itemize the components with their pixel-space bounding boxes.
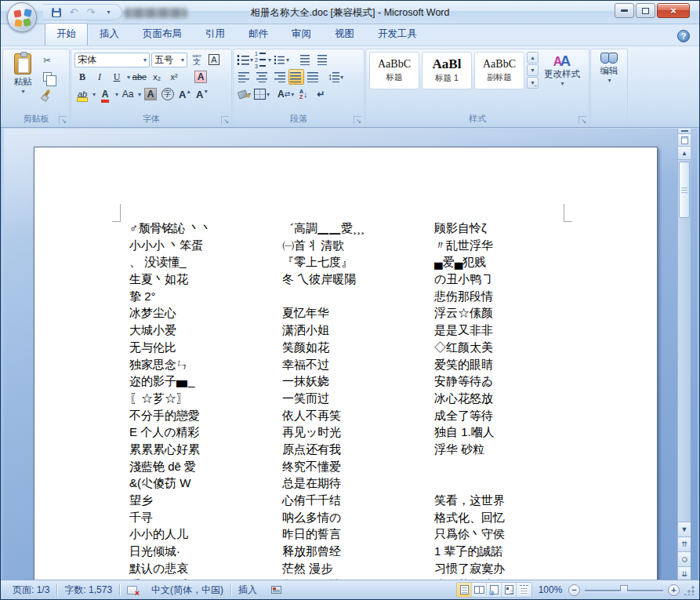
format-painter-button[interactable] bbox=[39, 85, 55, 101]
copy-button[interactable] bbox=[39, 69, 55, 85]
help-button[interactable]: ? bbox=[677, 30, 690, 42]
cut-button[interactable]: ✂ bbox=[39, 53, 55, 68]
clipboard-dialog-launcher[interactable]: ↘ bbox=[59, 116, 67, 124]
scrollbar-thumb[interactable] bbox=[679, 162, 690, 218]
font-name-combo[interactable]: 宋体▾ bbox=[74, 53, 150, 67]
asian-layout-button[interactable]: A⇄▾ bbox=[277, 86, 294, 102]
superscript-button[interactable]: x² bbox=[166, 69, 182, 85]
shading-button[interactable]: ▾ bbox=[237, 86, 252, 102]
zoom-in-button[interactable]: + bbox=[668, 584, 680, 596]
resize-grip[interactable] bbox=[684, 585, 695, 595]
styles-scroll-up[interactable]: ▲ bbox=[527, 52, 539, 64]
split-handle[interactable] bbox=[678, 129, 691, 134]
outline-view-button[interactable] bbox=[502, 583, 517, 597]
highlight-button[interactable]: ab bbox=[74, 86, 90, 102]
enclose-characters-button[interactable]: 字 bbox=[160, 86, 176, 102]
fullscreen-reading-view-button[interactable] bbox=[472, 583, 487, 597]
document-page[interactable]: ♂颓骨铭訫 丶丶小小小 丶笨蛋、 没读懂_生夏丶如花挚 2°冰梦尘心大城小爱无与… bbox=[34, 147, 658, 581]
zoom-level[interactable]: 100% bbox=[537, 584, 564, 595]
chevron-down-icon[interactable]: ▾ bbox=[138, 91, 141, 98]
change-styles-button[interactable]: AA 更改样式 ▾ bbox=[541, 52, 583, 87]
zoom-slider[interactable] bbox=[585, 584, 663, 596]
draft-view-button[interactable] bbox=[517, 583, 531, 597]
word-count[interactable]: 字数: 1,573 bbox=[57, 580, 119, 599]
align-left-button[interactable] bbox=[237, 69, 252, 85]
change-case-button[interactable]: Aa bbox=[120, 86, 136, 102]
shrink-font-button[interactable]: A▼ bbox=[194, 86, 210, 102]
office-button[interactable] bbox=[7, 2, 37, 32]
paste-button[interactable]: 粘贴 ▾ bbox=[6, 52, 39, 112]
web-layout-view-button[interactable] bbox=[487, 583, 502, 597]
subscript-button[interactable]: x₂ bbox=[149, 69, 165, 85]
tab-view[interactable]: 视图 bbox=[323, 23, 366, 45]
distribute-button[interactable] bbox=[306, 69, 321, 85]
font-size-combo[interactable]: 五号▾ bbox=[151, 53, 187, 67]
doc-line: 冰心花怒放 bbox=[434, 390, 579, 407]
style-card-subtitle[interactable]: AaBbC 副标题 bbox=[474, 52, 524, 89]
character-border-button[interactable]: A bbox=[206, 52, 222, 67]
chevron-down-icon[interactable]: ▾ bbox=[127, 74, 130, 81]
zoom-out-button[interactable]: − bbox=[568, 584, 580, 596]
font-dialog-launcher[interactable]: ↘ bbox=[221, 116, 229, 124]
tab-home[interactable]: 开始 bbox=[45, 23, 88, 45]
sort-button[interactable]: AZ↓ bbox=[296, 86, 311, 102]
close-button[interactable]: × bbox=[657, 3, 690, 18]
align-center-button[interactable] bbox=[254, 69, 270, 85]
macro-record-button[interactable] bbox=[264, 580, 288, 599]
vertical-scrollbar[interactable]: ▲ ▼ ⇈ ⇊ bbox=[677, 129, 691, 581]
grow-font-button[interactable]: A▲ bbox=[177, 86, 193, 102]
tab-mailings[interactable]: 邮件 bbox=[237, 23, 280, 45]
tab-insert[interactable]: 插入 bbox=[88, 23, 131, 45]
bold-button[interactable]: B bbox=[74, 69, 90, 85]
styles-more-button[interactable]: ▼̲ bbox=[527, 77, 539, 89]
doc-line: 终究不懂爱 bbox=[282, 458, 427, 475]
style-card-title[interactable]: AaBbC 标题 bbox=[369, 52, 419, 89]
tab-page-layout[interactable]: 页面布局 bbox=[131, 23, 194, 45]
insert-mode-indicator[interactable]: 插入 bbox=[231, 580, 264, 599]
italic-button[interactable]: I bbox=[92, 69, 107, 85]
scroll-up-button[interactable]: ▲ bbox=[678, 147, 691, 160]
clear-formatting-button[interactable]: A bbox=[193, 69, 209, 85]
doc-line: 1 辈孒的誠諾 bbox=[434, 543, 579, 560]
restore-button[interactable] bbox=[636, 3, 655, 18]
ruler-toggle-button[interactable] bbox=[678, 134, 691, 147]
styles-scroll-down[interactable]: ▼ bbox=[527, 64, 539, 76]
strikethrough-button[interactable]: abe bbox=[132, 69, 147, 85]
line-spacing-button[interactable]: ↕▾ bbox=[328, 69, 343, 85]
numbering-button[interactable]: 123▾ bbox=[255, 52, 271, 67]
spellcheck-icon bbox=[127, 586, 137, 595]
chevron-down-icon[interactable]: ▾ bbox=[115, 91, 118, 98]
chevron-down-icon[interactable]: ▾ bbox=[92, 91, 96, 98]
previous-page-button[interactable]: ⇈ bbox=[678, 536, 691, 551]
multilevel-list-button[interactable]: ▾ bbox=[273, 52, 289, 67]
select-browse-object-button[interactable] bbox=[678, 551, 691, 566]
zoom-slider-thumb[interactable] bbox=[620, 585, 628, 595]
scroll-down-button[interactable]: ▼ bbox=[678, 522, 691, 536]
ribbon: 粘贴 ▾ ✂ 剪贴板 ↘ 宋体▾ 五号▾ wén文 A B I U▾ ab bbox=[1, 46, 699, 128]
borders-button[interactable]: ▾ bbox=[254, 86, 270, 102]
editing-group[interactable]: 编辑 ▾ bbox=[590, 49, 628, 126]
minimize-button[interactable] bbox=[615, 3, 634, 18]
pinyin-guide-button[interactable]: wén文 bbox=[189, 52, 205, 67]
character-shading-button[interactable]: A bbox=[143, 86, 158, 102]
print-layout-view-button[interactable] bbox=[457, 583, 472, 597]
tab-developer[interactable]: 开发工具 bbox=[366, 23, 429, 45]
spellcheck-status[interactable] bbox=[120, 580, 144, 599]
decrease-indent-button[interactable] bbox=[297, 52, 313, 67]
tab-review[interactable]: 审阅 bbox=[280, 23, 323, 45]
bullets-button[interactable]: ▾ bbox=[237, 52, 253, 67]
page-indicator[interactable]: 页面: 1/3 bbox=[5, 580, 56, 599]
show-hide-marks-button[interactable]: ↵ bbox=[313, 86, 328, 102]
doc-line bbox=[434, 458, 579, 475]
styles-dialog-launcher[interactable]: ↘ bbox=[578, 116, 586, 124]
increase-indent-button[interactable] bbox=[314, 52, 330, 67]
tab-references[interactable]: 引用 bbox=[194, 23, 237, 45]
underline-button[interactable]: U bbox=[109, 69, 125, 85]
align-right-button[interactable] bbox=[271, 69, 287, 85]
font-color-button[interactable]: A bbox=[97, 86, 113, 102]
justify-button[interactable] bbox=[288, 69, 304, 85]
eraser-icon: A bbox=[194, 71, 208, 83]
paragraph-dialog-launcher[interactable]: ↘ bbox=[354, 116, 361, 124]
language-indicator[interactable]: 中文(简体，中国) bbox=[144, 580, 230, 599]
style-card-heading1[interactable]: AaBl 标题 1 bbox=[422, 52, 472, 89]
